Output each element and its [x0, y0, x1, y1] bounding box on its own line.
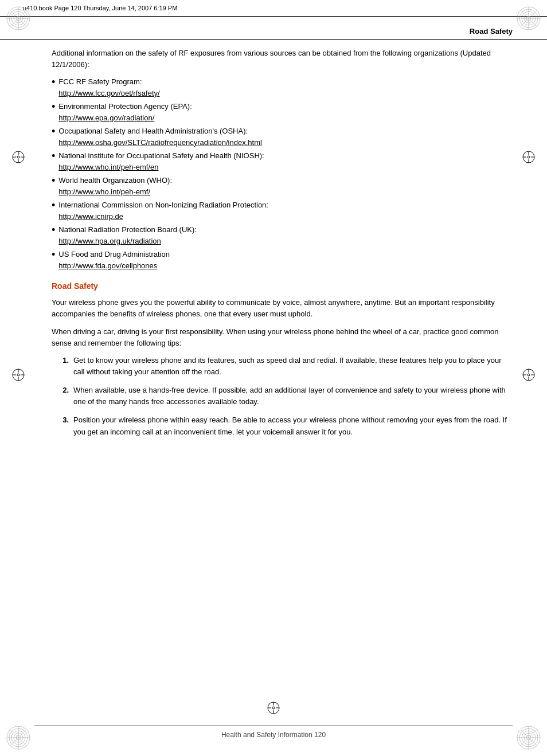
road-safety-para-2: When driving a car, driving is your firs… — [52, 326, 513, 349]
right-crosshair-mid — [521, 367, 537, 383]
bullet-content: Occupational Safety and Health Administr… — [58, 126, 262, 148]
bullet-link: http://www.epa.gov/radiation/ — [58, 112, 192, 124]
bullet-dot: • — [52, 175, 55, 187]
section-header: Road Safety — [0, 17, 547, 40]
bullet-dot: • — [52, 249, 55, 261]
bullet-dot: • — [52, 150, 55, 163]
header-bar: u410.book Page 120 Thursday, June 14, 20… — [0, 0, 547, 17]
bullet-content: FCC RF Safety Program: http://www.fcc.go… — [58, 76, 159, 99]
svg-point-55 — [528, 374, 530, 376]
bullet-dot: • — [52, 126, 55, 138]
num-label: 2. — [52, 385, 69, 396]
svg-point-49 — [528, 156, 530, 158]
bullet-link: http://www.icnirp.de — [58, 211, 268, 222]
bullet-label: National Radiation Protection Board (UK)… — [58, 224, 197, 236]
list-item: 3. Position your wireless phone within e… — [52, 414, 513, 437]
intro-paragraph: Additional information on the safety of … — [52, 48, 513, 70]
num-label: 1. — [52, 355, 69, 366]
list-item: • National Radiation Protection Board (U… — [52, 224, 513, 246]
bullet-link: http://www.osha.gov/SLTC/radiofrequencyr… — [58, 137, 262, 148]
footer: Health and Safety Information 120 — [34, 726, 513, 739]
numbered-item-text: Position your wireless phone within easy… — [73, 414, 513, 437]
left-crosshair-top — [10, 149, 26, 165]
list-item: 1. Get to know your wireless phone and i… — [52, 355, 513, 378]
bullet-label: Environmental Protection Agency (EPA): — [58, 101, 192, 112]
section-title: Road Safety — [470, 27, 513, 36]
bullet-content: National institute for Occupational Safe… — [58, 150, 264, 173]
footer-text: Health and Safety Information 120 — [221, 731, 326, 739]
bullet-link: http://www.fda.gov/cellphones — [58, 260, 170, 272]
header-text: u410.book Page 120 Thursday, June 14, 20… — [23, 5, 177, 11]
page-container: u410.book Page 120 Thursday, June 14, 20… — [0, 0, 547, 756]
bottom-left-spiral — [5, 724, 32, 751]
bullet-content: US Food and Drug Administration http://w… — [58, 249, 170, 271]
bullet-content: Environmental Protection Agency (EPA): h… — [58, 101, 192, 123]
left-crosshair-mid — [10, 367, 26, 383]
list-item: • International Commission on Non-Ionizi… — [52, 199, 513, 222]
svg-point-37 — [17, 156, 19, 158]
road-safety-heading: Road Safety — [52, 280, 513, 292]
bullet-dot: • — [52, 101, 55, 113]
numbered-item-text: Get to know your wireless phone and its … — [73, 355, 513, 378]
bullet-link: http://www.fcc.gov/oet/rfsafety/ — [58, 88, 159, 99]
num-label: 3. — [52, 414, 69, 426]
bullet-label: US Food and Drug Administration — [58, 249, 170, 260]
bullet-label: World health Organization (WHO): — [58, 175, 172, 186]
main-content: Additional information on the safety of … — [0, 48, 547, 468]
bullet-content: National Radiation Protection Board (UK)… — [58, 224, 197, 246]
top-left-spiral — [5, 5, 32, 32]
svg-point-43 — [17, 374, 19, 376]
bottom-right-spiral — [515, 724, 542, 751]
bullet-link: http://www.hpa.org.uk/radiation — [58, 236, 197, 247]
bullet-content: International Commission on Non-Ionizing… — [58, 199, 268, 222]
numbered-item-text: When available, use a hands-free device.… — [73, 385, 513, 408]
list-item: • Environmental Protection Agency (EPA):… — [52, 101, 513, 123]
bullet-label: National institute for Occupational Safe… — [58, 150, 264, 162]
bullet-label: Occupational Safety and Health Administr… — [58, 126, 262, 137]
bullet-list: • FCC RF Safety Program: http://www.fcc.… — [52, 76, 513, 271]
list-item: • Occupational Safety and Health Adminis… — [52, 126, 513, 148]
list-item: • World health Organization (WHO): http:… — [52, 175, 513, 197]
list-item: 2. When available, use a hands-free devi… — [52, 385, 513, 408]
numbered-list: 1. Get to know your wireless phone and i… — [52, 355, 513, 438]
list-item: • National institute for Occupational Sa… — [52, 150, 513, 173]
bullet-label: FCC RF Safety Program: — [58, 76, 159, 88]
list-item: • US Food and Drug Administration http:/… — [52, 249, 513, 271]
bullet-dot: • — [52, 224, 55, 237]
bullet-dot: • — [52, 76, 55, 89]
top-right-spiral — [515, 5, 542, 32]
bottom-center-crosshair — [265, 700, 282, 716]
bullet-content: World health Organization (WHO): http://… — [58, 175, 172, 197]
svg-point-61 — [272, 707, 275, 709]
list-item: • FCC RF Safety Program: http://www.fcc.… — [52, 76, 513, 99]
bullet-link: http://www.who.int/peh-emf/en — [58, 162, 264, 173]
bullet-dot: • — [52, 199, 55, 212]
road-safety-para-1: Your wireless phone gives you the powerf… — [52, 297, 513, 320]
right-crosshair-top — [521, 149, 537, 165]
bullet-label: International Commission on Non-Ionizing… — [58, 199, 268, 211]
bullet-link: http://www.who.int/peh-emf/ — [58, 186, 172, 198]
